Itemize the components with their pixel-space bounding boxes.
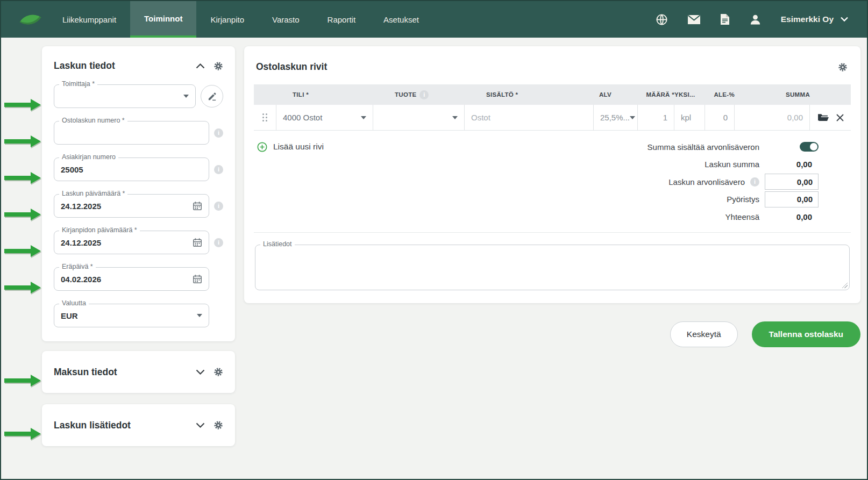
document-number-input[interactable] bbox=[61, 165, 202, 174]
column-header-ale: ALE-% bbox=[705, 91, 735, 98]
caret-down-icon bbox=[452, 116, 458, 119]
column-header-maara: MÄÄRÄ * bbox=[638, 91, 674, 98]
column-header-summa: SUMMA bbox=[735, 91, 810, 98]
mail-icon[interactable] bbox=[687, 15, 701, 25]
collapse-chevron-down-icon[interactable] bbox=[196, 369, 205, 375]
notes-field: Lisätiedot bbox=[255, 245, 850, 290]
panel-title: Ostolaskun rivit bbox=[256, 61, 327, 73]
globe-icon[interactable] bbox=[656, 13, 668, 26]
brand-logo bbox=[12, 1, 48, 38]
annotation-arrow-invoice-number bbox=[4, 139, 31, 144]
nav-item-kirjanpito[interactable]: Kirjanpito bbox=[196, 1, 258, 38]
invoice-vat-input[interactable] bbox=[765, 174, 819, 190]
product-select[interactable] bbox=[373, 105, 465, 130]
due-date-input[interactable] bbox=[61, 275, 193, 284]
annotation-arrow-invoice-date bbox=[4, 212, 31, 217]
annotation-arrow-payment-details bbox=[4, 378, 31, 383]
gear-icon[interactable] bbox=[838, 62, 848, 72]
gear-icon[interactable] bbox=[214, 420, 223, 430]
quantity-input[interactable] bbox=[644, 113, 667, 122]
left-column: Laskun tiedot Toimittaja * bbox=[42, 46, 235, 457]
calendar-icon[interactable] bbox=[193, 201, 202, 211]
user-icon[interactable] bbox=[749, 13, 762, 26]
save-purchase-invoice-button[interactable]: Tallenna ostolasku bbox=[752, 321, 860, 347]
purchase-invoice-number-field[interactable]: Ostolaskun numero * bbox=[54, 121, 209, 145]
collapse-chevron-up-icon[interactable] bbox=[196, 63, 205, 69]
main-menu: Liikekumppanit Toiminnot Kirjanpito Vara… bbox=[48, 1, 433, 38]
discount-cell bbox=[705, 105, 735, 130]
annotation-arrow-invoice-extra bbox=[4, 432, 31, 436]
account-select[interactable]: 4000 Ostot bbox=[276, 105, 373, 130]
nav-item-liikekumppanit[interactable]: Liikekumppanit bbox=[48, 1, 130, 38]
sum-cell: 0,00 bbox=[735, 105, 810, 130]
due-date-field[interactable]: Eräpäivä * bbox=[54, 267, 209, 291]
accounting-date-field[interactable]: Kirjanpidon päivämäärä * bbox=[54, 231, 209, 254]
nav-item-asetukset[interactable]: Asetukset bbox=[369, 1, 433, 38]
account-value: 4000 Ostot bbox=[283, 113, 322, 122]
cancel-button[interactable]: Keskeytä bbox=[670, 321, 738, 347]
column-header-alv: ALV bbox=[594, 91, 638, 98]
info-icon[interactable] bbox=[214, 238, 223, 247]
document-number-field[interactable]: Asiakirjan numero bbox=[54, 157, 209, 181]
chevron-down-icon bbox=[840, 17, 849, 22]
main-column: Ostolaskun rivit TILI * TUOTE SISÄLTÖ * … bbox=[244, 46, 860, 347]
quantity-cell bbox=[638, 105, 674, 130]
rounding-input[interactable] bbox=[765, 191, 819, 207]
document-icon[interactable] bbox=[720, 13, 730, 25]
accounting-date-input[interactable] bbox=[61, 238, 193, 247]
info-icon[interactable] bbox=[214, 128, 223, 138]
invoice-date-field[interactable]: Laskun päivämäärä * bbox=[54, 194, 209, 218]
purchase-invoice-number-input[interactable] bbox=[61, 128, 202, 138]
total-label: Yhteensä bbox=[725, 212, 759, 221]
total-value: 0,00 bbox=[765, 212, 819, 221]
purchase-invoice-page: Liikekumppanit Toiminnot Kirjanpito Vara… bbox=[0, 0, 868, 480]
unit-cell[interactable]: kpl bbox=[674, 105, 705, 130]
company-name: Esimerkki Oy bbox=[781, 15, 834, 24]
top-nav: Liikekumppanit Toiminnot Kirjanpito Vara… bbox=[1, 1, 867, 38]
gear-icon[interactable] bbox=[214, 61, 223, 71]
info-icon[interactable] bbox=[214, 202, 223, 211]
drag-handle[interactable] bbox=[254, 105, 276, 130]
info-icon[interactable] bbox=[214, 165, 223, 174]
vat-included-toggle[interactable] bbox=[800, 142, 819, 152]
info-icon[interactable] bbox=[419, 90, 429, 99]
calendar-icon[interactable] bbox=[193, 274, 202, 284]
invoice-date-input[interactable] bbox=[61, 202, 193, 211]
delete-row-icon[interactable] bbox=[836, 114, 844, 121]
column-header-sisalto: SISÄLTÖ * bbox=[465, 91, 594, 98]
currency-value: EUR bbox=[61, 311, 78, 320]
info-icon[interactable] bbox=[750, 177, 759, 187]
discount-input[interactable] bbox=[712, 113, 728, 122]
company-menu[interactable]: Esimerkki Oy bbox=[781, 15, 849, 24]
rounding-label: Pyöristys bbox=[727, 195, 759, 204]
vat-select[interactable]: 25,5%... bbox=[594, 105, 638, 130]
plus-circle-icon bbox=[257, 142, 267, 152]
vat-included-label: Summa sisältää arvonlisäveron bbox=[648, 142, 759, 152]
nav-item-varasto[interactable]: Varasto bbox=[258, 1, 314, 38]
field-label: Eräpäivä * bbox=[59, 263, 96, 270]
content-input[interactable] bbox=[471, 113, 587, 122]
rows-table-header: TILI * TUOTE SISÄLTÖ * ALV MÄÄRÄ * YKSI.… bbox=[254, 84, 851, 105]
column-header-yksikko: YKSI... bbox=[674, 91, 705, 98]
caret-down-icon bbox=[630, 116, 635, 119]
annotation-arrow-due-date bbox=[4, 285, 31, 290]
supplier-select[interactable]: Toimittaja * bbox=[54, 84, 196, 108]
column-header-tili: TILI * bbox=[276, 91, 373, 98]
nav-item-raportit[interactable]: Raportit bbox=[314, 1, 370, 38]
collapse-chevron-down-icon[interactable] bbox=[196, 422, 205, 428]
add-row-button[interactable]: Lisää uusi rivi bbox=[254, 140, 324, 153]
nav-item-toiminnot[interactable]: Toiminnot bbox=[130, 1, 196, 38]
invoice-rows-panel: Ostolaskun rivit TILI * TUOTE SISÄLTÖ * … bbox=[244, 46, 860, 303]
content-area: Laskun tiedot Toimittaja * bbox=[1, 38, 867, 479]
calendar-icon[interactable] bbox=[193, 238, 202, 247]
sum-value: 0,00 bbox=[741, 113, 803, 122]
edit-supplier-button[interactable] bbox=[201, 85, 223, 108]
panel-title: Maksun tiedot bbox=[54, 367, 117, 378]
currency-select[interactable]: Valuutta EUR bbox=[54, 304, 209, 327]
invoice-row: 4000 Ostot 25,5%... bbox=[254, 105, 851, 131]
folder-open-icon[interactable] bbox=[817, 113, 829, 122]
caret-down-icon bbox=[197, 314, 202, 317]
notes-textarea[interactable] bbox=[262, 245, 843, 290]
invoice-extra-panel: Laskun lisätiedot bbox=[42, 404, 235, 446]
gear-icon[interactable] bbox=[214, 367, 223, 377]
